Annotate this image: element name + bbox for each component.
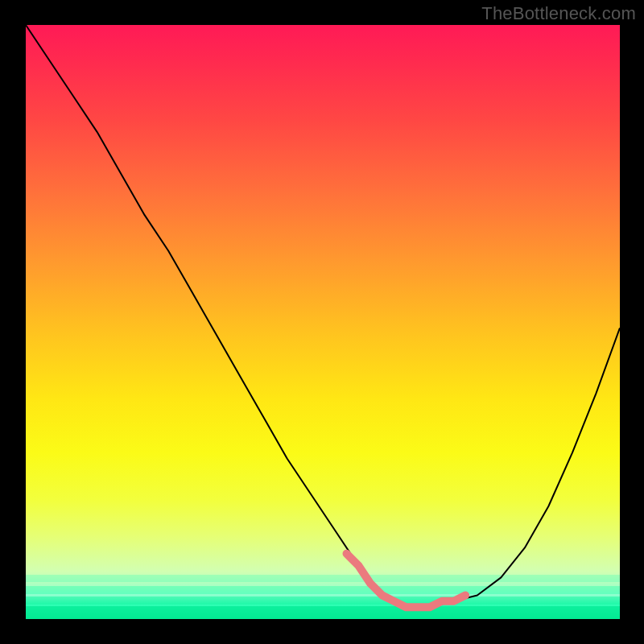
watermark-text: TheBottleneck.com bbox=[481, 3, 636, 24]
chart-frame: TheBottleneck.com bbox=[0, 0, 644, 644]
optimal-range-marker bbox=[347, 554, 466, 607]
chart-svg bbox=[26, 25, 620, 619]
plot-area bbox=[26, 25, 620, 619]
bottleneck-curve bbox=[26, 25, 620, 607]
